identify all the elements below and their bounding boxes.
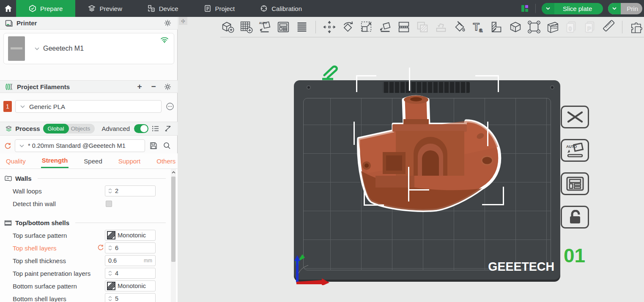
plate-screw-hole: [550, 85, 554, 90]
bottom-surface-pattern-select[interactable]: Monotonic: [105, 280, 156, 291]
tune-icon: [164, 125, 172, 132]
top-surface-pattern-select[interactable]: Monotonic: [105, 230, 156, 241]
scale-button[interactable]: [359, 19, 374, 35]
tab-strength[interactable]: Strength: [41, 154, 69, 168]
top-navigation-bar: Prepare Preview Device Project Calibrati…: [0, 0, 644, 17]
calibration-icon: [260, 5, 268, 12]
process-scope-toggle[interactable]: Global Objects: [43, 124, 95, 133]
selection-bracket: [354, 122, 355, 145]
arrange-plate-button[interactable]: [561, 172, 589, 195]
panel-collapse-handle[interactable]: ‹|›: [179, 17, 187, 25]
add-filament-button[interactable]: +: [134, 82, 145, 92]
tab-device[interactable]: Device: [135, 0, 191, 17]
wall-loops-spinner[interactable]: 2: [105, 185, 156, 196]
seam-paint-button[interactable]: [508, 19, 523, 35]
filament-more-button[interactable]: [165, 101, 175, 112]
advanced-label: Advanced: [101, 125, 130, 132]
tab-calibration[interactable]: Calibration: [247, 0, 315, 17]
arrange-button[interactable]: [276, 19, 290, 35]
cut-button[interactable]: [397, 19, 411, 35]
tab-others[interactable]: Others: [156, 155, 176, 168]
detect-thin-wall-checkbox[interactable]: [106, 201, 112, 207]
settings-panel: Walls Wall loops 2 Detect thin wall: [0, 169, 178, 302]
scope-global[interactable]: Global: [43, 124, 69, 133]
auto-orient-button[interactable]: AUTO: [258, 19, 272, 35]
tab-speed[interactable]: Speed: [83, 155, 103, 168]
move-button[interactable]: [322, 19, 337, 35]
add-object-button[interactable]: [220, 19, 235, 35]
process-preset-select[interactable]: * 0.20mm Standard @Geeetech M1: [15, 139, 145, 152]
top-shell-layers-spinner[interactable]: 6: [105, 242, 156, 253]
split-to-plates-button[interactable]: [295, 19, 309, 35]
chevron-down-icon: [545, 7, 551, 10]
reset-value-icon[interactable]: [97, 244, 104, 252]
setting-label: Bottom shell layers: [13, 295, 97, 302]
svg-text:0: 0: [568, 25, 572, 32]
lay-on-face-button[interactable]: [378, 19, 392, 35]
top-paint-penetration-spinner[interactable]: 4: [105, 268, 156, 279]
spinner-arrows[interactable]: [108, 245, 112, 250]
spinner-arrows[interactable]: [108, 188, 112, 193]
printer-settings-button[interactable]: [162, 18, 173, 28]
assembly-view-button[interactable]: [629, 19, 643, 35]
setting-row-bottom-surface-pattern: Bottom surface pattern Monotonic: [0, 280, 178, 292]
tab-quality[interactable]: Quality: [5, 155, 27, 168]
setting-label: Detect thin wall: [13, 200, 97, 207]
remove-filament-button[interactable]: −: [148, 82, 159, 92]
bottom-shell-layers-spinner[interactable]: 5: [105, 293, 156, 302]
delete-all-button[interactable]: [561, 106, 589, 128]
search-settings-button[interactable]: [162, 141, 172, 151]
slicer-app: Prepare Preview Device Project Calibrati…: [0, 0, 644, 302]
plate-layout-icon[interactable]: [520, 4, 529, 13]
filament-settings-button[interactable]: [162, 82, 173, 92]
viewport-3d[interactable]: ‹|› AUTO Ta 0 P: [178, 17, 644, 302]
advanced-toggle[interactable]: [134, 124, 148, 133]
scroll-up-arrow[interactable]: [171, 169, 176, 176]
tab-preview[interactable]: Preview: [75, 0, 134, 17]
color-paint-button[interactable]: [452, 19, 467, 35]
add-plate-button[interactable]: [239, 19, 253, 35]
support-paint-button[interactable]: [490, 19, 504, 35]
preset-modified-icon[interactable]: [4, 142, 11, 149]
slice-plate-button[interactable]: Slice plate: [542, 3, 603, 14]
compare-presets-button[interactable]: [163, 124, 173, 134]
auto-orient-plate-button[interactable]: AUTO: [561, 139, 589, 162]
variable-layer-height-button[interactable]: [545, 19, 560, 35]
text-button[interactable]: Ta: [471, 19, 485, 35]
print-button[interactable]: Prin: [608, 3, 642, 14]
settings-scrollbar[interactable]: [171, 169, 176, 302]
print-options-dropdown[interactable]: [608, 3, 621, 14]
settings-list-button[interactable]: [151, 124, 161, 134]
tab-project[interactable]: Project: [191, 0, 248, 17]
svg-text:P: P: [587, 25, 591, 32]
printer-card[interactable]: Geeetech M1: [3, 33, 174, 64]
save-preset-button[interactable]: [148, 141, 159, 151]
edit-plate-name-button[interactable]: [320, 64, 340, 82]
setting-value: Monotonic: [118, 283, 146, 289]
spinner-arrows[interactable]: [108, 271, 112, 276]
rotate-button[interactable]: [341, 19, 355, 35]
lock-plate-button[interactable]: [561, 206, 589, 229]
fuzzy-skin-button[interactable]: [527, 19, 541, 35]
topbar-right-group: Slice plate Prin: [520, 0, 644, 17]
setting-value: 4: [115, 270, 118, 277]
selection-bracket: [364, 188, 384, 206]
ellipsis-circle-icon: [166, 102, 174, 111]
plate-number: 01: [564, 244, 585, 267]
tab-support[interactable]: Support: [118, 155, 142, 168]
spinner-arrows[interactable]: [108, 296, 112, 301]
tab-prepare[interactable]: Prepare: [16, 0, 75, 17]
filament-select[interactable]: Generic PLA: [15, 100, 162, 113]
tab-prepare-label: Prepare: [40, 5, 63, 12]
top-shell-thickness-input[interactable]: 0.6 mm: [105, 255, 156, 266]
setting-label: Wall loops: [13, 188, 97, 195]
scrollbar-thumb[interactable]: [171, 177, 175, 262]
home-button[interactable]: [0, 0, 16, 17]
process-icon: [5, 125, 12, 132]
tab-project-label: Project: [215, 5, 235, 12]
measure-button[interactable]: [601, 19, 616, 35]
chevron-down-icon: [34, 47, 40, 51]
printer-select[interactable]: Geeetech M1: [34, 45, 84, 52]
slice-options-dropdown[interactable]: [542, 3, 554, 14]
scope-objects[interactable]: Objects: [69, 125, 95, 132]
